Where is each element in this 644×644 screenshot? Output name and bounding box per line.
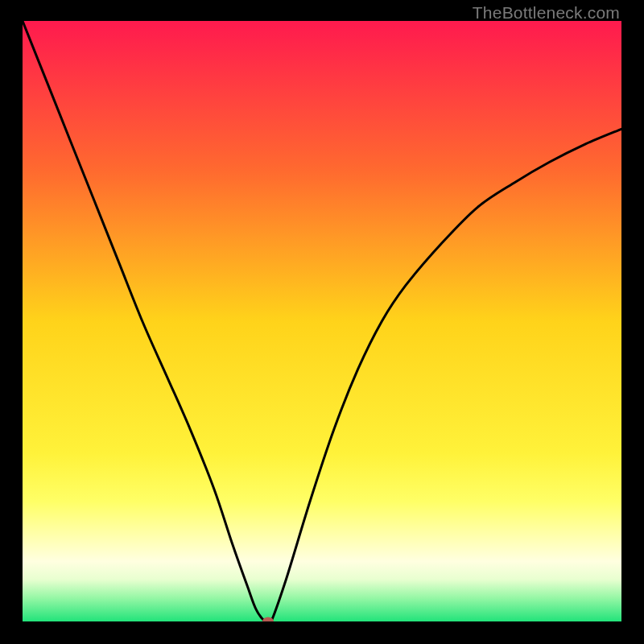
bottleneck-curve — [23, 21, 621, 621]
chart-frame: TheBottleneck.com — [0, 0, 644, 644]
minimum-point-marker — [262, 617, 274, 622]
plot-area — [23, 21, 621, 621]
watermark-text: TheBottleneck.com — [473, 3, 620, 23]
